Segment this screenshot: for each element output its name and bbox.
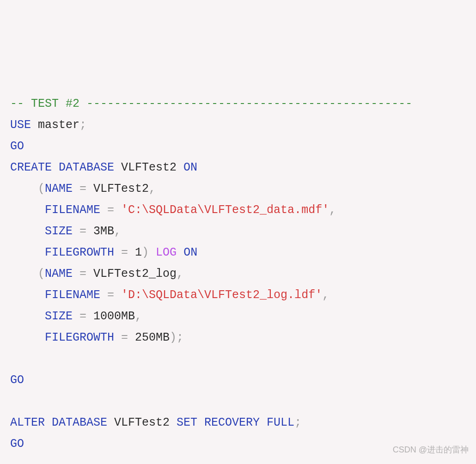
kw-size: SIZE <box>45 225 73 238</box>
comment-line: -- TEST #2 -----------------------------… <box>10 97 412 110</box>
semicolon: ; <box>294 416 301 429</box>
indent <box>10 203 45 217</box>
paren-open: ( <box>10 182 45 195</box>
comma: , <box>322 288 329 302</box>
kw-set-recovery-full: SET RECOVERY FULL <box>177 416 294 429</box>
equals: = <box>73 310 93 323</box>
indent <box>10 288 45 302</box>
paren-close: ) <box>170 331 177 344</box>
indent <box>10 225 45 238</box>
indent <box>10 310 45 323</box>
equals: = <box>73 182 93 195</box>
kw-go: GO <box>10 140 24 153</box>
kw-on: ON <box>183 161 197 174</box>
kw-filename: FILENAME <box>45 203 100 217</box>
comma: , <box>329 203 336 217</box>
kw-create-database: CREATE DATABASE <box>10 161 114 174</box>
comma: , <box>135 310 142 323</box>
equals: = <box>100 288 121 302</box>
kw-log: LOG <box>156 246 177 259</box>
kw-filename: FILENAME <box>45 288 100 302</box>
size-value: 1000MB <box>93 310 135 323</box>
equals: = <box>73 225 93 238</box>
kw-filegrowth: FILEGROWTH <box>45 331 114 344</box>
kw-use: USE <box>10 118 31 132</box>
kw-on: ON <box>183 246 197 259</box>
db-name: VLFTest2 <box>114 161 183 174</box>
kw-alter-database: ALTER DATABASE <box>10 416 107 429</box>
db-name: VLFTest2 <box>107 416 177 429</box>
filegrowth-value: 250MB <box>135 331 170 344</box>
filegrowth-value: 1 <box>135 246 142 259</box>
equals: = <box>100 203 121 217</box>
watermark: CSDN @进击的雷神 <box>393 439 469 460</box>
name-value: VLFTest2_log <box>93 267 177 281</box>
indent <box>10 246 45 259</box>
comma: , <box>114 225 121 238</box>
equals: = <box>114 331 135 344</box>
db-master: master <box>31 118 79 132</box>
semicolon: ; <box>177 331 183 344</box>
kw-go: GO <box>10 437 24 451</box>
indent <box>10 331 45 344</box>
kw-name: NAME <box>45 267 73 281</box>
code-block: -- TEST #2 -----------------------------… <box>10 93 466 464</box>
semicolon: ; <box>79 118 86 132</box>
comma: , <box>177 267 183 281</box>
size-value: 3MB <box>93 225 114 238</box>
equals: = <box>114 246 135 259</box>
comma: , <box>149 182 156 195</box>
kw-go: GO <box>10 373 24 387</box>
string-literal: 'D:\SQLData\VLFTest2_log.ldf' <box>121 288 322 302</box>
paren-close: ) <box>142 246 156 259</box>
kw-size: SIZE <box>45 310 73 323</box>
kw-name: NAME <box>45 182 73 195</box>
name-value: VLFTest2 <box>93 182 149 195</box>
kw-filegrowth: FILEGROWTH <box>45 246 114 259</box>
equals: = <box>73 267 93 281</box>
paren-open: ( <box>10 267 45 281</box>
string-literal: 'C:\SQLData\VLFTest2_data.mdf' <box>121 203 329 217</box>
